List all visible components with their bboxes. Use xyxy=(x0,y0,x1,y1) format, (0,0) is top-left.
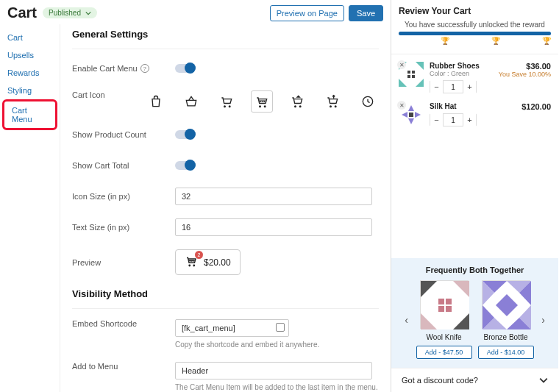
chevron-down-icon xyxy=(539,376,548,385)
svg-rect-9 xyxy=(412,75,415,78)
chevron-down-icon xyxy=(85,10,91,16)
cart-icon-option-cart2[interactable] xyxy=(251,90,273,113)
cart-icon-option-basket[interactable] xyxy=(180,90,202,113)
qty-decrement-button[interactable]: − xyxy=(430,113,444,126)
show-cart-total-label: Show Cart Total xyxy=(72,161,175,170)
shortcode-hint: Copy the shortcode and embed it anywhere… xyxy=(175,341,379,349)
sidebar-item-rewards[interactable]: Rewards xyxy=(0,64,60,82)
svg-rect-24 xyxy=(446,306,452,312)
cart-icon-option-cart4[interactable] xyxy=(321,90,343,113)
remove-item-button[interactable]: ✕ xyxy=(397,101,406,110)
svg-rect-22 xyxy=(446,299,452,304)
trophy-icon: 🏆 xyxy=(542,37,551,45)
cart-icon-option-bag[interactable] xyxy=(145,90,167,113)
enable-cart-menu-label: Enable Cart Menu xyxy=(72,64,138,73)
svg-rect-7 xyxy=(412,71,415,74)
cart-preview-amount: $20.00 xyxy=(204,257,231,268)
you-save: You Save 10.00% xyxy=(499,71,551,78)
discount-code-toggle[interactable]: Got a discount code? xyxy=(391,368,558,392)
sidebar-item-upsells[interactable]: Upsells xyxy=(0,46,60,64)
qty-value: 1 xyxy=(444,116,463,124)
add-to-cart-button[interactable]: Add - $14.00 xyxy=(478,346,534,359)
carousel-next-button[interactable]: › xyxy=(538,314,549,326)
icon-size-label: Icon Size (in px) xyxy=(72,192,175,201)
cart-icon-label: Cart Icon xyxy=(72,90,145,99)
quantity-stepper: − 1 + xyxy=(430,80,477,93)
cart-menu-preview: 2 $20.00 xyxy=(175,249,241,275)
text-size-label: Text Size (in px) xyxy=(72,223,175,232)
page-title: Cart xyxy=(7,4,37,21)
product-name: Silk Hat xyxy=(430,102,516,110)
upsell-product-card: Bronze Bottle Add - $14.00 xyxy=(477,280,535,359)
show-product-count-toggle[interactable] xyxy=(175,130,193,139)
shortcode-input[interactable] xyxy=(175,319,289,337)
show-product-count-label: Show Product Count xyxy=(72,130,175,139)
review-cart-header: Review Your Cart xyxy=(391,0,558,21)
svg-rect-6 xyxy=(407,71,410,74)
top-bar: Cart Published Preview on Page Save xyxy=(0,0,391,24)
carousel-prev-button[interactable]: ‹ xyxy=(402,314,412,326)
trophy-icon: 🏆 xyxy=(441,37,449,45)
upsell-product-name: Bronze Bottle xyxy=(477,333,535,341)
cart-line-item: ✕ Silk Hat − 1 + $120.00 xyxy=(391,99,558,133)
help-icon[interactable]: ? xyxy=(140,64,149,73)
status-badge[interactable]: Published xyxy=(43,7,97,18)
upsell-product-name: Wool Knife xyxy=(415,333,474,341)
frequently-bought-section: Frequently Both Together ‹ Wool Knife Ad… xyxy=(391,258,558,368)
divider xyxy=(391,54,558,54)
product-thumbnail xyxy=(482,280,530,329)
save-button[interactable]: Save xyxy=(349,5,383,21)
icon-size-input[interactable] xyxy=(175,188,372,205)
show-cart-total-toggle[interactable] xyxy=(175,161,193,170)
qty-increment-button[interactable]: + xyxy=(463,113,476,126)
add-to-menu-select[interactable] xyxy=(175,362,372,379)
shortcode-label: Embed Shortcode xyxy=(72,319,175,328)
frequently-bought-title: Frequently Both Together xyxy=(396,266,554,274)
product-name: Rubber Shoes xyxy=(430,62,493,70)
add-to-menu-label: Add to Menu xyxy=(72,362,175,371)
divider xyxy=(72,308,379,309)
settings-sidebar: Cart Upsells Rewards Styling Cart Menu xyxy=(0,24,60,392)
preview-label: Preview xyxy=(72,258,175,267)
svg-rect-23 xyxy=(438,306,444,312)
discount-label: Got a discount code? xyxy=(402,376,478,385)
product-meta: Color : Green xyxy=(430,70,493,77)
cart-icon-option-clock[interactable] xyxy=(357,90,379,113)
copy-icon[interactable] xyxy=(276,323,285,332)
svg-rect-21 xyxy=(438,299,444,304)
menu-hint: The Cart Menu Item will be added to the … xyxy=(175,383,379,391)
sidebar-item-cart-menu[interactable]: Cart Menu xyxy=(2,99,57,130)
section-heading-visibility: Visibility Method xyxy=(72,288,379,299)
cart-icon-picker xyxy=(145,90,379,113)
enable-cart-menu-toggle[interactable] xyxy=(175,64,193,73)
qty-increment-button[interactable]: + xyxy=(463,80,476,93)
cart-count-badge: 2 xyxy=(195,251,203,259)
cart-line-item: ✕ Rubber Shoes Color : Green − 1 + $36.0… xyxy=(391,59,558,99)
qty-value: 1 xyxy=(444,83,463,91)
qty-decrement-button[interactable]: − xyxy=(430,80,444,93)
upsell-product-card: Wool Knife Add - $47.50 xyxy=(415,280,474,359)
trophy-icon: 🏆 xyxy=(491,37,500,45)
preview-on-page-button[interactable]: Preview on Page xyxy=(270,5,344,21)
line-price: $36.00 xyxy=(499,62,551,71)
reward-progress: You have successfully unlocked the rewar… xyxy=(391,21,558,49)
sidebar-item-styling[interactable]: Styling xyxy=(0,82,60,99)
text-size-input[interactable] xyxy=(175,218,372,236)
divider xyxy=(72,49,379,49)
add-to-cart-button[interactable]: Add - $47.50 xyxy=(416,346,472,359)
svg-rect-8 xyxy=(407,75,410,78)
line-price: $120.00 xyxy=(521,102,551,111)
cart-icon-option-cart3[interactable] xyxy=(286,90,308,113)
cart-icon-option-cart1[interactable] xyxy=(216,90,238,113)
reward-message: You have successfully unlocked the rewar… xyxy=(399,21,551,29)
section-heading-general: General Settings xyxy=(72,29,379,40)
remove-item-button[interactable]: ✕ xyxy=(397,60,406,69)
product-thumbnail xyxy=(420,280,469,329)
cart-icon: 2 xyxy=(185,254,198,270)
quantity-stepper: − 1 + xyxy=(430,113,477,126)
svg-rect-15 xyxy=(409,113,413,117)
sidebar-item-cart[interactable]: Cart xyxy=(0,29,60,46)
status-label: Published xyxy=(49,9,81,17)
